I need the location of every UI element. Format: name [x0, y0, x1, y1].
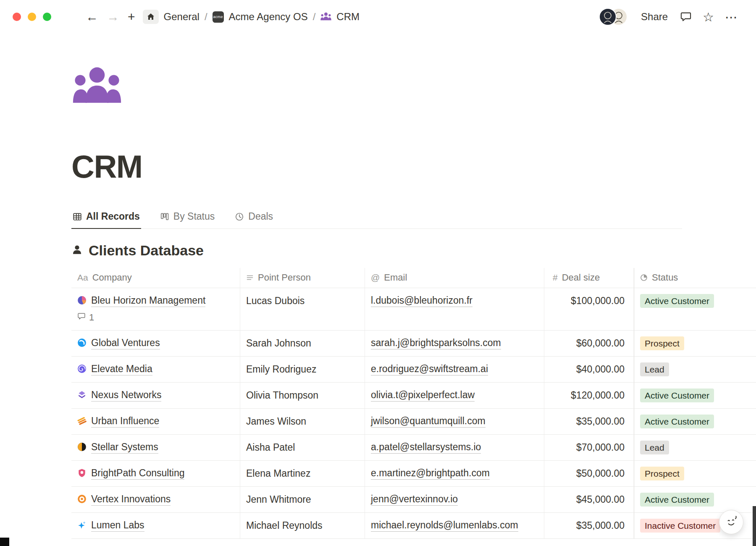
table-row[interactable]: Bleu Horizon Management 1 Lucas Dubois l…	[71, 288, 756, 331]
status-cell[interactable]: Active Customer	[634, 383, 756, 408]
table-row[interactable]: Stellar Systems Aisha Patel a.patel@stel…	[71, 435, 756, 461]
email-link[interactable]: jenn@vertexinnov.io	[371, 493, 458, 506]
status-cell[interactable]: Active Customer	[634, 409, 756, 434]
point-person-cell[interactable]: Sarah Johnson	[240, 331, 365, 356]
more-options-icon[interactable]: ⋯	[725, 10, 738, 24]
company-link[interactable]: Global Ventures	[91, 336, 160, 349]
company-link[interactable]: Elevate Media	[91, 362, 152, 375]
email-link[interactable]: e.rodriguez@swiftstream.ai	[371, 362, 488, 375]
company-cell[interactable]: Lumen Labs	[71, 513, 240, 538]
point-person-cell[interactable]: Elena Martinez	[240, 461, 365, 486]
deal-size-cell[interactable]: $70,000.00	[544, 435, 634, 460]
favorite-star-icon[interactable]: ☆	[703, 10, 714, 24]
email-link[interactable]: sarah.j@brightsparksolns.com	[371, 336, 501, 349]
email-link[interactable]: michael.reynolds@lumenlabs.com	[371, 519, 518, 532]
company-link[interactable]: Stellar Systems	[91, 441, 158, 454]
email-link[interactable]: a.patel@stellarsystems.io	[371, 441, 481, 454]
point-person-cell[interactable]: Jenn Whitmore	[240, 487, 365, 512]
point-person-cell[interactable]: Olivia Thompson	[240, 383, 365, 408]
deal-size-cell[interactable]: $60,000.00	[544, 331, 634, 356]
company-cell[interactable]: Stellar Systems	[71, 435, 240, 460]
vertical-scrollbar[interactable]	[753, 506, 756, 546]
email-cell[interactable]: olivia.t@pixelperfect.law	[365, 383, 544, 408]
company-cell[interactable]: Urban Influence	[71, 409, 240, 434]
comment-count[interactable]: 1	[77, 310, 94, 324]
table-row[interactable]: Nexus Networks Olivia Thompson olivia.t@…	[71, 383, 756, 409]
tab-all-records[interactable]: All Records	[71, 211, 141, 229]
email-link[interactable]: e.martinez@brightpath.com	[371, 467, 490, 480]
page-icon-people[interactable]	[71, 66, 123, 107]
email-cell[interactable]: l.dubois@bleuhorizon.fr	[365, 288, 544, 330]
table-row[interactable]: Elevate Media Emily Rodriguez e.rodrigue…	[71, 357, 756, 383]
company-link[interactable]: Bleu Horizon Management	[91, 294, 205, 307]
deal-size-cell[interactable]: $35,000.00	[544, 409, 634, 434]
deal-size-cell[interactable]: $40,000.00	[544, 357, 634, 382]
tab-deals[interactable]: Deals	[234, 211, 274, 228]
table-row[interactable]: Lumen Labs Michael Reynolds michael.reyn…	[71, 513, 756, 539]
status-cell[interactable]: Active Customer	[634, 487, 756, 512]
email-cell[interactable]: e.rodriguez@swiftstream.ai	[365, 357, 544, 382]
email-cell[interactable]: jenn@vertexinnov.io	[365, 487, 544, 512]
page-title[interactable]: CRM	[71, 149, 756, 185]
deal-size-cell[interactable]: $50,000.00	[544, 461, 634, 486]
database-title[interactable]: Clients Database	[89, 242, 204, 259]
company-link[interactable]: Vertex Innovations	[91, 493, 171, 506]
table-row[interactable]: BrightPath Consulting Elena Martinez e.m…	[71, 461, 756, 487]
table-row[interactable]: Vertex Innovations Jenn Whitmore jenn@ve…	[71, 487, 756, 513]
email-link[interactable]: olivia.t@pixelperfect.law	[371, 388, 475, 402]
email-link[interactable]: jwilson@quantumquill.com	[371, 415, 486, 428]
company-link[interactable]: Lumen Labs	[91, 519, 144, 532]
sidebar-toggle-button[interactable]	[66, 13, 77, 21]
table-row[interactable]: Global Ventures Sarah Johnson sarah.j@br…	[71, 331, 756, 357]
new-tab-button[interactable]: +	[128, 10, 135, 23]
point-person-cell[interactable]: Aisha Patel	[240, 435, 365, 460]
tab-by-status[interactable]: By Status	[159, 211, 216, 228]
deal-size-cell[interactable]: $100,000.00	[544, 288, 634, 330]
status-cell[interactable]: Lead	[634, 435, 756, 460]
status-cell[interactable]: Active Customer	[634, 288, 756, 330]
back-button[interactable]: ←	[86, 10, 98, 23]
email-cell[interactable]: e.martinez@brightpath.com	[365, 461, 544, 486]
forward-button[interactable]: →	[107, 10, 119, 23]
email-cell[interactable]: michael.reynolds@lumenlabs.com	[365, 513, 544, 538]
company-cell[interactable]: Elevate Media	[71, 357, 240, 382]
email-cell[interactable]: a.patel@stellarsystems.io	[365, 435, 544, 460]
breadcrumb-item-workspace[interactable]: Acme Agency OS	[229, 11, 308, 23]
status-cell[interactable]: Prospect	[634, 461, 756, 486]
status-cell[interactable]: Prospect	[634, 331, 756, 356]
email-cell[interactable]: jwilson@quantumquill.com	[365, 409, 544, 434]
close-button[interactable]	[13, 13, 21, 21]
deal-size-cell[interactable]: $35,000.00	[544, 513, 634, 538]
company-cell[interactable]: Global Ventures	[71, 331, 240, 356]
breadcrumb-item-general[interactable]: General	[164, 11, 200, 23]
comments-icon[interactable]	[680, 11, 692, 23]
company-cell[interactable]: Bleu Horizon Management 1	[71, 288, 240, 330]
company-link[interactable]: Nexus Networks	[91, 388, 161, 402]
company-link[interactable]: BrightPath Consulting	[91, 467, 184, 480]
point-person-cell[interactable]: James Wilson	[240, 409, 365, 434]
company-cell[interactable]: Nexus Networks	[71, 383, 240, 408]
collaborator-avatars[interactable]	[599, 8, 627, 26]
share-button[interactable]: Share	[641, 11, 668, 23]
column-header-email[interactable]: @ Email	[365, 268, 544, 288]
home-icon[interactable]	[143, 10, 159, 24]
company-link[interactable]: Urban Influence	[91, 415, 159, 428]
status-cell[interactable]: Lead	[634, 357, 756, 382]
deal-size-cell[interactable]: $45,000.00	[544, 487, 634, 512]
column-header-deal-size[interactable]: # Deal size	[544, 268, 634, 288]
zoom-button[interactable]	[43, 13, 51, 21]
assistant-face-button[interactable]	[719, 510, 743, 534]
minimize-button[interactable]	[28, 13, 36, 21]
point-person-cell[interactable]: Emily Rodriguez	[240, 357, 365, 382]
company-cell[interactable]: BrightPath Consulting	[71, 461, 240, 486]
deal-size-cell[interactable]: $120,000.00	[544, 383, 634, 408]
email-link[interactable]: l.dubois@bleuhorizon.fr	[371, 294, 472, 307]
point-person-cell[interactable]: Lucas Dubois	[240, 288, 365, 330]
column-header-status[interactable]: Status	[634, 268, 756, 288]
table-row[interactable]: Urban Influence James Wilson jwilson@qua…	[71, 409, 756, 435]
breadcrumb-item-page[interactable]: CRM	[336, 11, 360, 23]
company-cell[interactable]: Vertex Innovations	[71, 487, 240, 512]
column-header-point-person[interactable]: Point Person	[240, 268, 365, 288]
email-cell[interactable]: sarah.j@brightsparksolns.com	[365, 331, 544, 356]
column-header-company[interactable]: Aa Company	[71, 268, 240, 288]
